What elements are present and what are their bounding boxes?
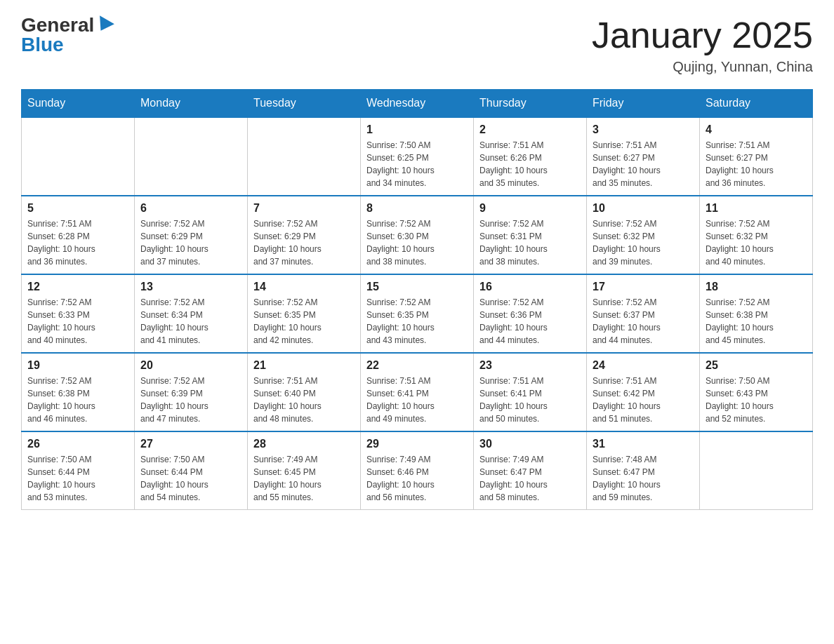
calendar-cell [22, 117, 135, 196]
weekday-header-sunday: Sunday [22, 90, 135, 118]
day-info: Sunrise: 7:52 AMSunset: 6:33 PMDaylight:… [27, 296, 128, 347]
calendar-week-row: 19Sunrise: 7:52 AMSunset: 6:38 PMDayligh… [22, 353, 813, 431]
calendar-cell [135, 117, 248, 196]
calendar-cell: 17Sunrise: 7:52 AMSunset: 6:37 PMDayligh… [587, 274, 700, 353]
day-number: 8 [366, 202, 468, 215]
day-info: Sunrise: 7:51 AMSunset: 6:41 PMDaylight:… [479, 375, 581, 425]
calendar-cell: 9Sunrise: 7:52 AMSunset: 6:31 PMDaylight… [474, 196, 587, 274]
day-number: 14 [253, 281, 355, 293]
calendar-header-row: SundayMondayTuesdayWednesdayThursdayFrid… [22, 90, 813, 118]
calendar-cell: 30Sunrise: 7:49 AMSunset: 6:47 PMDayligh… [474, 431, 587, 510]
calendar-cell: 10Sunrise: 7:52 AMSunset: 6:32 PMDayligh… [587, 196, 700, 274]
day-number: 30 [479, 438, 581, 450]
day-info: Sunrise: 7:51 AMSunset: 6:26 PMDaylight:… [479, 139, 581, 189]
calendar-cell [248, 117, 361, 196]
day-info: Sunrise: 7:52 AMSunset: 6:38 PMDaylight:… [706, 296, 807, 347]
day-number: 16 [479, 281, 581, 293]
calendar-cell: 12Sunrise: 7:52 AMSunset: 6:33 PMDayligh… [22, 274, 135, 353]
calendar-cell: 6Sunrise: 7:52 AMSunset: 6:29 PMDaylight… [135, 196, 248, 274]
calendar-cell: 27Sunrise: 7:50 AMSunset: 6:44 PMDayligh… [135, 431, 248, 510]
calendar-table: SundayMondayTuesdayWednesdayThursdayFrid… [21, 89, 813, 510]
calendar-cell: 26Sunrise: 7:50 AMSunset: 6:44 PMDayligh… [22, 431, 135, 510]
day-number: 21 [253, 359, 355, 372]
calendar-cell: 13Sunrise: 7:52 AMSunset: 6:34 PMDayligh… [135, 274, 248, 353]
day-info: Sunrise: 7:50 AMSunset: 6:25 PMDaylight:… [366, 139, 468, 189]
calendar-cell: 31Sunrise: 7:48 AMSunset: 6:47 PMDayligh… [587, 431, 700, 510]
day-number: 24 [593, 359, 694, 372]
calendar-cell: 24Sunrise: 7:51 AMSunset: 6:42 PMDayligh… [587, 353, 700, 431]
location: Qujing, Yunnan, China [592, 59, 813, 75]
month-title: January 2025 [592, 14, 813, 56]
day-info: Sunrise: 7:52 AMSunset: 6:38 PMDaylight:… [27, 375, 128, 425]
day-number: 27 [140, 438, 241, 450]
calendar-week-row: 1Sunrise: 7:50 AMSunset: 6:25 PMDaylight… [22, 117, 813, 196]
day-info: Sunrise: 7:52 AMSunset: 6:32 PMDaylight:… [706, 217, 807, 268]
day-number: 4 [706, 123, 807, 136]
day-info: Sunrise: 7:52 AMSunset: 6:39 PMDaylight:… [140, 375, 241, 425]
day-info: Sunrise: 7:49 AMSunset: 6:46 PMDaylight:… [366, 453, 468, 504]
calendar-cell: 29Sunrise: 7:49 AMSunset: 6:46 PMDayligh… [361, 431, 474, 510]
day-number: 28 [253, 438, 355, 450]
logo-blue-text: Blue [21, 34, 64, 56]
calendar-cell: 28Sunrise: 7:49 AMSunset: 6:45 PMDayligh… [248, 431, 361, 510]
calendar-cell: 25Sunrise: 7:50 AMSunset: 6:43 PMDayligh… [700, 353, 813, 431]
calendar-cell: 11Sunrise: 7:52 AMSunset: 6:32 PMDayligh… [700, 196, 813, 274]
weekday-header-wednesday: Wednesday [361, 90, 474, 118]
calendar-cell: 18Sunrise: 7:52 AMSunset: 6:38 PMDayligh… [700, 274, 813, 353]
day-number: 23 [479, 359, 581, 372]
calendar-cell: 22Sunrise: 7:51 AMSunset: 6:41 PMDayligh… [361, 353, 474, 431]
day-info: Sunrise: 7:51 AMSunset: 6:28 PMDaylight:… [27, 217, 128, 268]
calendar-cell: 14Sunrise: 7:52 AMSunset: 6:35 PMDayligh… [248, 274, 361, 353]
day-number: 10 [593, 202, 694, 215]
calendar-cell: 15Sunrise: 7:52 AMSunset: 6:35 PMDayligh… [361, 274, 474, 353]
day-info: Sunrise: 7:51 AMSunset: 6:27 PMDaylight:… [706, 139, 807, 189]
day-info: Sunrise: 7:52 AMSunset: 6:35 PMDaylight:… [366, 296, 468, 347]
day-number: 1 [366, 123, 468, 136]
day-info: Sunrise: 7:52 AMSunset: 6:29 PMDaylight:… [253, 217, 355, 268]
calendar-cell: 5Sunrise: 7:51 AMSunset: 6:28 PMDaylight… [22, 196, 135, 274]
day-number: 19 [27, 359, 128, 372]
calendar-cell: 8Sunrise: 7:52 AMSunset: 6:30 PMDaylight… [361, 196, 474, 274]
day-number: 29 [366, 438, 468, 450]
title-block: January 2025 Qujing, Yunnan, China [592, 14, 813, 75]
day-number: 13 [140, 281, 241, 293]
weekday-header-saturday: Saturday [700, 90, 813, 118]
day-info: Sunrise: 7:49 AMSunset: 6:45 PMDaylight:… [253, 453, 355, 504]
weekday-header-tuesday: Tuesday [248, 90, 361, 118]
day-number: 6 [140, 202, 241, 215]
day-info: Sunrise: 7:49 AMSunset: 6:47 PMDaylight:… [479, 453, 581, 504]
calendar-cell: 21Sunrise: 7:51 AMSunset: 6:40 PMDayligh… [248, 353, 361, 431]
weekday-header-friday: Friday [587, 90, 700, 118]
day-number: 9 [479, 202, 581, 215]
day-info: Sunrise: 7:51 AMSunset: 6:27 PMDaylight:… [593, 139, 694, 189]
calendar-cell: 4Sunrise: 7:51 AMSunset: 6:27 PMDaylight… [700, 117, 813, 196]
day-number: 3 [593, 123, 694, 136]
day-number: 2 [479, 123, 581, 136]
calendar-cell: 20Sunrise: 7:52 AMSunset: 6:39 PMDayligh… [135, 353, 248, 431]
calendar-cell [700, 431, 813, 510]
day-info: Sunrise: 7:51 AMSunset: 6:41 PMDaylight:… [366, 375, 468, 425]
logo: General Blue [21, 14, 112, 56]
day-number: 15 [366, 281, 468, 293]
day-number: 20 [140, 359, 241, 372]
day-info: Sunrise: 7:52 AMSunset: 6:35 PMDaylight:… [253, 296, 355, 347]
calendar-cell: 16Sunrise: 7:52 AMSunset: 6:36 PMDayligh… [474, 274, 587, 353]
weekday-header-monday: Monday [135, 90, 248, 118]
day-number: 12 [27, 281, 128, 293]
weekday-header-thursday: Thursday [474, 90, 587, 118]
day-number: 31 [593, 438, 694, 450]
day-number: 25 [706, 359, 807, 372]
calendar-cell: 3Sunrise: 7:51 AMSunset: 6:27 PMDaylight… [587, 117, 700, 196]
calendar-week-row: 26Sunrise: 7:50 AMSunset: 6:44 PMDayligh… [22, 431, 813, 510]
calendar-cell: 7Sunrise: 7:52 AMSunset: 6:29 PMDaylight… [248, 196, 361, 274]
calendar-week-row: 12Sunrise: 7:52 AMSunset: 6:33 PMDayligh… [22, 274, 813, 353]
day-info: Sunrise: 7:52 AMSunset: 6:32 PMDaylight:… [593, 217, 694, 268]
day-number: 7 [253, 202, 355, 215]
day-info: Sunrise: 7:51 AMSunset: 6:40 PMDaylight:… [253, 375, 355, 425]
day-info: Sunrise: 7:48 AMSunset: 6:47 PMDaylight:… [593, 453, 694, 504]
calendar-cell: 23Sunrise: 7:51 AMSunset: 6:41 PMDayligh… [474, 353, 587, 431]
day-info: Sunrise: 7:51 AMSunset: 6:42 PMDaylight:… [593, 375, 694, 425]
day-info: Sunrise: 7:52 AMSunset: 6:30 PMDaylight:… [366, 217, 468, 268]
calendar-cell: 19Sunrise: 7:52 AMSunset: 6:38 PMDayligh… [22, 353, 135, 431]
day-number: 5 [27, 202, 128, 215]
